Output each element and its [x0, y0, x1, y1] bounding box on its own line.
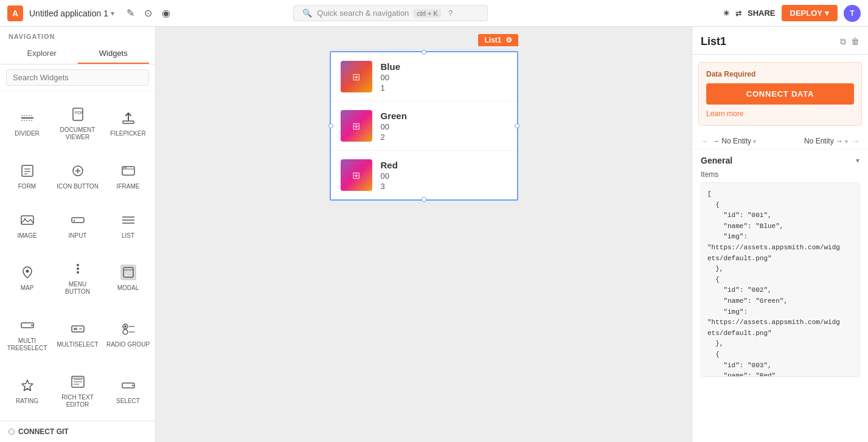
deploy-button[interactable]: DEPLOY ▾	[782, 5, 838, 21]
right-panel: List1 ⧉ 🗑 Data Required CONNECT DATA Lea…	[692, 27, 868, 442]
green-num1: 00	[381, 122, 407, 131]
list-item-blue: ⊞ Blue 00 1	[331, 52, 517, 102]
svg-rect-6	[22, 165, 33, 176]
widget-document-viewer[interactable]: PDF DOCUMENT VIEWER	[53, 95, 102, 150]
widget-list[interactable]: LIST	[103, 200, 153, 248]
widget-input[interactable]: INPUT	[53, 200, 102, 248]
help-icon[interactable]: ?	[448, 9, 453, 18]
widget-image[interactable]: IMAGE	[2, 200, 52, 248]
app-logo: A	[7, 5, 23, 21]
widget-rating[interactable]: RATING	[2, 362, 52, 417]
logo-letter: A	[12, 9, 18, 18]
green-num2: 2	[381, 133, 407, 142]
search-bar[interactable]: 🔍 Quick search & navigation ctrl + K ?	[293, 5, 488, 21]
list-handle-top[interactable]	[422, 50, 426, 55]
right-panel-header-row: List1 ⧉ 🗑	[701, 35, 859, 48]
search-shortcut: ctrl + K	[414, 9, 441, 18]
connect-data-button[interactable]: CONNECT DATA	[706, 83, 854, 105]
widget-modal[interactable]: MODAL	[103, 249, 153, 305]
widget-icon-button[interactable]: ICON BUTTON	[53, 151, 102, 199]
document-viewer-icon: PDF	[68, 105, 88, 124]
divider-label: DIVIDER	[15, 130, 40, 137]
icon-button-label: ICON BUTTON	[57, 183, 99, 190]
svg-marker-40	[22, 380, 33, 391]
right-panel-header: List1 ⧉ 🗑	[692, 27, 868, 55]
connect-git-icon	[9, 429, 15, 435]
title-chevron[interactable]: ▾	[111, 9, 114, 18]
svg-text:PDF: PDF	[75, 111, 83, 115]
right-panel-icons: ⧉ 🗑	[840, 36, 859, 47]
list-label: LIST	[122, 232, 134, 240]
no-entity-left-btn[interactable]: → → No Entity ▾	[701, 137, 756, 145]
topbar: A Untitled application 1 ▾ ✎ ⊙ ◉ 🔍 Quick…	[0, 0, 868, 27]
widget-map[interactable]: MAP	[2, 249, 52, 305]
main-layout: NAVIGATION Explorer Widgets DIVIDER PDF …	[0, 27, 868, 442]
data-required-box: Data Required CONNECT DATA Learn more	[698, 62, 862, 126]
list-item-blue-img: ⊞	[341, 61, 372, 92]
entity-left-arrow: →	[701, 137, 708, 145]
list-item-green: ⊞ Green 00 2	[331, 102, 517, 151]
widget-rich-text-editor[interactable]: RICH TEXT EDITOR	[53, 362, 102, 417]
blue-num2: 1	[381, 83, 401, 92]
edit-icon-btn[interactable]: ✎	[124, 5, 137, 21]
share-button[interactable]: SHARE	[748, 9, 776, 18]
widget-multiselect[interactable]: MULTISELECT	[53, 306, 102, 361]
widget-form[interactable]: FORM	[2, 151, 52, 199]
input-label: INPUT	[69, 232, 87, 240]
svg-point-38	[123, 330, 128, 334]
svg-rect-19	[72, 218, 84, 223]
red-name: Red	[381, 160, 398, 170]
items-code-block[interactable]: [ { "id": "001", "name": "Blue", "img": …	[701, 182, 859, 377]
spinning-icon: ✳	[723, 9, 729, 18]
widget-radio-group[interactable]: RADIO GROUP	[103, 306, 153, 361]
left-panel: NAVIGATION Explorer Widgets DIVIDER PDF …	[0, 27, 156, 442]
list-handle-left[interactable]	[328, 123, 333, 128]
widget-search-bar[interactable]	[0, 64, 155, 91]
debug-icon-btn[interactable]: ⊙	[142, 5, 155, 21]
topbar-tools: ✎ ⊙ ◉	[124, 5, 173, 21]
right-panel-title: List1	[701, 35, 726, 48]
copy-icon[interactable]: ⧉	[840, 36, 846, 47]
svg-rect-5	[123, 121, 134, 123]
list-item-red: ⊞ Red 00 3	[331, 151, 517, 199]
rating-icon	[18, 376, 37, 395]
green-name: Green	[381, 111, 407, 121]
general-header[interactable]: General ▾	[701, 156, 859, 165]
svg-point-24	[26, 270, 29, 273]
preview-icon-btn[interactable]: ◉	[159, 5, 173, 21]
svg-rect-33	[74, 328, 77, 330]
list-settings-icon[interactable]: ⚙	[505, 36, 512, 44]
widget-multi-treeselect[interactable]: MULTI TREESELECT	[2, 306, 52, 361]
widget-select[interactable]: SELECT	[103, 362, 153, 417]
connect-git-bar[interactable]: CONNECT GIT	[0, 421, 155, 442]
learn-more-link[interactable]: Learn more	[706, 109, 854, 118]
list-handle-bottom[interactable]	[422, 197, 426, 202]
general-section: General ▾ Items [ { "id": "001", "name":…	[692, 150, 868, 383]
image-label: IMAGE	[17, 232, 36, 240]
svg-point-36	[124, 325, 127, 328]
icon-button-icon	[68, 161, 88, 181]
blue-num1: 00	[381, 73, 401, 82]
menu-button-label: MENU BUTTON	[55, 281, 100, 295]
widget-filepicker[interactable]: FILEPICKER	[103, 95, 153, 150]
radio-group-icon	[119, 319, 138, 339]
widget-divider[interactable]: DIVIDER	[2, 95, 52, 150]
general-title: General	[701, 156, 732, 165]
multi-treeselect-icon	[18, 316, 37, 335]
widget-menu-button[interactable]: MENU BUTTON	[53, 249, 102, 305]
map-label: MAP	[21, 285, 34, 292]
select-label: SELECT	[116, 398, 140, 405]
items-label: Items	[701, 170, 859, 179]
list-widget[interactable]: ⊞ Blue 00 1 ⊞ Green 00	[330, 51, 518, 201]
list-handle-right[interactable]	[515, 123, 519, 128]
form-label: FORM	[18, 183, 36, 190]
widget-iframe[interactable]: IFRAME	[103, 151, 153, 199]
tab-widgets[interactable]: Widgets	[78, 44, 150, 64]
delete-icon[interactable]: 🗑	[851, 36, 859, 47]
iframe-icon	[119, 161, 138, 181]
blue-name: Blue	[381, 61, 401, 72]
entity-left-chevron: ▾	[753, 138, 756, 145]
widget-search-input[interactable]	[6, 69, 149, 86]
tab-explorer[interactable]: Explorer	[6, 44, 78, 64]
no-entity-right-btn[interactable]: No Entity → ▾ →	[804, 137, 859, 145]
